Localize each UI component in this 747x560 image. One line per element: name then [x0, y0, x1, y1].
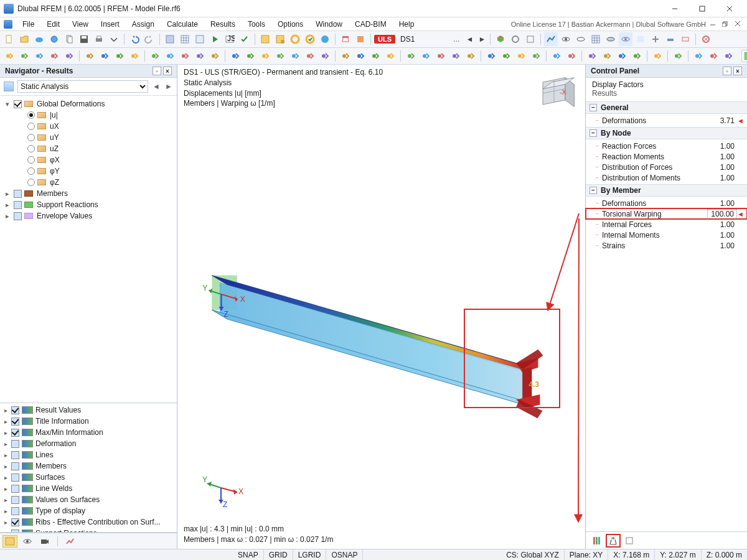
tool-misc-26[interactable] [404, 49, 418, 63]
display-option-row[interactable]: ▸Ribs - Effective Contribution on Surf..… [0, 516, 177, 528]
nav-tab-results[interactable] [2, 535, 17, 548]
cp-section-header[interactable]: −By Node [586, 127, 747, 139]
cp-row-value[interactable]: 1.00 [707, 174, 737, 182]
tool-save[interactable] [77, 32, 91, 46]
tool-play[interactable] [208, 32, 222, 46]
cp-tab-factors[interactable] [606, 534, 621, 548]
expand-icon[interactable]: ▸ [2, 441, 9, 447]
tool-misc-17[interactable] [258, 49, 272, 63]
tool-script[interactable]: JS [223, 32, 237, 46]
tool-fe-c[interactable] [288, 32, 302, 46]
cp-row[interactable]: ··Reaction Moments1.00 [586, 151, 747, 162]
display-option-row[interactable]: ▸Support Reactions [0, 528, 177, 533]
analysis-select[interactable]: Static Analysis [17, 80, 148, 93]
tool-loads-1[interactable] [339, 32, 352, 46]
expand-icon[interactable]: ▸ [2, 474, 9, 481]
expand-icon[interactable]: ▸ [2, 497, 9, 503]
tool-misc-45[interactable] [721, 49, 735, 63]
display-option-row[interactable]: ▸Members [0, 460, 177, 472]
tool-misc-36[interactable] [565, 49, 578, 63]
cp-row[interactable]: ··Internal Moments1.00 [586, 230, 747, 240]
tool-view-d[interactable] [649, 32, 662, 46]
viewport-3d[interactable]: DS1 - ULS (STR/GEO) - Permanent and tran… [177, 65, 585, 549]
menu-results[interactable]: Results [204, 19, 242, 30]
analysis-prev[interactable]: ◄ [152, 81, 161, 92]
menu-assign[interactable]: Assign [126, 19, 161, 30]
expand-icon[interactable]: ▸ [2, 508, 9, 515]
tool-view-f[interactable] [679, 32, 692, 46]
tool-fe-d[interactable] [303, 32, 317, 46]
tool-fe-a[interactable] [258, 32, 272, 46]
collapse-icon[interactable]: − [590, 129, 597, 137]
tool-table-3[interactable] [193, 32, 207, 46]
checkbox[interactable] [11, 451, 19, 459]
tool-misc-2[interactable] [17, 49, 31, 63]
tool-misc-30[interactable] [464, 49, 477, 63]
cp-row[interactable]: ··Distribution of Moments1.00 [586, 172, 747, 183]
tool-misc-13[interactable] [193, 49, 207, 63]
checkbox[interactable] [11, 429, 19, 437]
menu-edit[interactable]: Edit [40, 19, 66, 30]
maximize-button[interactable] [688, 0, 716, 17]
display-option-row[interactable]: ▸Lines [0, 449, 177, 460]
cp-row-value[interactable]: 1.00 [707, 199, 737, 208]
tool-colors-b[interactable] [509, 32, 522, 46]
tool-misc-9[interactable] [128, 49, 141, 63]
tool-model-gear[interactable] [47, 32, 61, 46]
tool-misc-1[interactable] [2, 49, 16, 63]
tool-far-right[interactable] [699, 32, 713, 46]
checkbox[interactable] [11, 485, 19, 493]
tool-misc-23[interactable] [354, 49, 367, 63]
tool-undo[interactable] [128, 32, 141, 46]
tool-misc-3[interactable] [32, 49, 46, 63]
menu-cadbim[interactable]: CAD-BIM [349, 19, 393, 30]
tool-view-c[interactable] [634, 32, 647, 46]
ds-prev[interactable]: ◄ [464, 35, 474, 44]
cp-row[interactable]: ··Reaction Forces1.00 [586, 141, 747, 151]
tool-misc-42[interactable] [671, 49, 685, 63]
navigator-tree[interactable]: ▾Global Deformations|u|uXuYuZφXφYφZ▸Memb… [0, 96, 177, 403]
display-option-row[interactable]: ▸Result Values [0, 404, 177, 416]
tool-cloud[interactable] [32, 32, 46, 46]
tool-misc-37[interactable] [585, 49, 599, 63]
tool-print-dropdown[interactable] [107, 32, 121, 46]
tool-check[interactable] [238, 32, 251, 46]
expand-icon[interactable]: ▸ [4, 190, 11, 198]
tool-misc-28[interactable] [434, 49, 448, 63]
tool-misc-32[interactable] [499, 49, 513, 63]
menu-file[interactable]: File [16, 19, 40, 30]
checkbox[interactable] [11, 406, 19, 414]
tool-misc-21[interactable] [318, 49, 332, 63]
tree-child[interactable]: uX [0, 121, 177, 132]
tool-eye-b[interactable] [574, 32, 588, 46]
coord-system-selector[interactable]: 1 - Global XYZ ▾ [741, 50, 747, 62]
menu-view[interactable]: View [66, 19, 95, 30]
tool-new[interactable] [2, 32, 16, 46]
checkbox[interactable] [11, 507, 19, 515]
menu-window[interactable]: Window [309, 19, 349, 30]
tool-misc-5[interactable] [62, 49, 76, 63]
tool-misc-12[interactable] [178, 49, 192, 63]
mdi-restore-icon[interactable] [722, 20, 731, 29]
navigator-display-tree[interactable]: ▸Result Values▸Title Information▸Max/Min… [0, 403, 177, 533]
radio[interactable] [27, 134, 35, 141]
tool-misc-18[interactable] [273, 49, 287, 63]
tool-misc-38[interactable] [600, 49, 614, 63]
tool-table-1[interactable] [163, 32, 177, 46]
display-option-row[interactable]: ▸Title Information [0, 416, 177, 427]
checkbox[interactable] [11, 462, 19, 470]
tool-misc-39[interactable] [615, 49, 629, 63]
cp-row-value[interactable]: 1.00 [707, 220, 737, 229]
cp-row-value[interactable]: 1.00 [707, 142, 737, 151]
ds-next[interactable]: ► [477, 35, 487, 44]
tool-view-b[interactable] [619, 32, 632, 46]
radio[interactable] [27, 145, 35, 152]
cp-section-header[interactable]: −General [586, 101, 747, 114]
tool-misc-29[interactable] [449, 49, 463, 63]
expand-icon[interactable]: ▸ [2, 407, 9, 414]
display-option-row[interactable]: ▸Surfaces [0, 472, 177, 483]
tool-table-2[interactable] [178, 32, 192, 46]
display-option-row[interactable]: ▸Deformation [0, 438, 177, 449]
cp-row-value[interactable]: 3.71 [707, 116, 737, 125]
tool-view-a[interactable] [544, 32, 558, 46]
